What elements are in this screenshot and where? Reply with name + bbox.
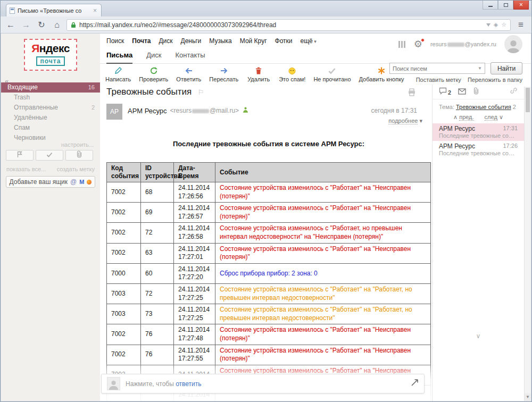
- reply-link[interactable]: ответить: [176, 380, 201, 388]
- services-nav-item[interactable]: Фотки: [275, 37, 293, 45]
- search-input[interactable]: [390, 65, 478, 72]
- print-icon[interactable]: [408, 88, 416, 98]
- home-button[interactable]: ⌂: [51, 20, 63, 30]
- mail-search: ▼: [389, 63, 485, 74]
- toolbar-button[interactable]: Это спам!: [279, 66, 305, 82]
- thread-message-row: АРМ Ресурс17:26: [439, 143, 518, 150]
- thread-topic: Тема:Тревожные события2: [433, 99, 524, 110]
- table-row: 70027624.11.201417:27:48Состояние устрой…: [107, 324, 431, 345]
- chat-icon[interactable]: 2: [439, 87, 451, 97]
- window-close-button[interactable]: ×: [513, 1, 529, 10]
- services-nav-item[interactable]: Диск: [159, 37, 172, 45]
- pochta-badge: почта: [36, 56, 65, 66]
- chevron-down-icon[interactable]: ▼: [478, 66, 485, 71]
- thread-message-item[interactable]: АРМ Ресурс17:31Последние тревожные событ…: [433, 123, 524, 141]
- thread-toolbar: 2: [433, 85, 524, 99]
- services-nav-item[interactable]: ещё ▾: [301, 37, 317, 45]
- configure-link[interactable]: настроить...: [61, 141, 94, 148]
- tab-close-icon[interactable]: ×: [92, 7, 98, 14]
- address-bar[interactable]: https://mail.yandex.ru/neo2/#message/248…: [66, 19, 511, 31]
- window-maximize-button[interactable]: [498, 1, 513, 10]
- reply-placeholder: Нажмите, чтобы ответить: [126, 380, 202, 388]
- mail-icon[interactable]: [458, 87, 466, 97]
- collections-icon[interactable]: [398, 41, 406, 48]
- settings-gear-icon[interactable]: ⚙: [414, 39, 422, 49]
- toolbar-button[interactable]: Проверить: [139, 66, 168, 82]
- add-mailbox-button[interactable]: Добавьте ваш ящик @ M: [6, 176, 95, 188]
- sidebar-folder-item[interactable]: Trash: [1, 93, 100, 103]
- show-all-link[interactable]: показать все...: [6, 166, 46, 172]
- sidebar-folder-item[interactable]: 2Отправленные: [1, 103, 100, 113]
- set-label-link[interactable]: Поставить метку: [416, 77, 461, 83]
- event-text-cell: Состояние устройства изменилось с "Работ…: [215, 283, 431, 304]
- browser-tab[interactable]: Письмо «Тревожные со ×: [6, 4, 102, 16]
- search-zone: ▼ Найти Поставить метку Переложить в пап…: [389, 63, 522, 84]
- toolbar-button[interactable]: Переслать: [209, 66, 238, 82]
- link-icon[interactable]: [510, 87, 518, 97]
- unread-icon: [328, 66, 336, 75]
- event-text-cell: Состояние устройства изменилось с "Работ…: [215, 223, 431, 243]
- filter-button[interactable]: [65, 150, 93, 161]
- toolbar-button-label: Удалить: [247, 76, 270, 82]
- chat-count: 2: [448, 89, 451, 96]
- datetime-cell: 24.11.201417:27:01: [174, 243, 215, 263]
- toolbar-button[interactable]: Ответить: [176, 66, 201, 82]
- sidebar-folder-item[interactable]: Удалённые: [1, 113, 100, 123]
- move-to-folder-link[interactable]: Переложить в папку: [468, 77, 522, 83]
- services-nav-item[interactable]: Мой Круг: [240, 37, 267, 45]
- mail-tab-1[interactable]: Письма: [106, 51, 132, 64]
- user-email[interactable]: resurs@yandex.ru: [430, 41, 496, 47]
- filter-icon[interactable]: [486, 23, 491, 27]
- expand-compose-icon[interactable]: [411, 379, 419, 389]
- thread-preview: Последние тревожные событи...: [439, 132, 518, 139]
- sidebar-folder-item[interactable]: Спам: [1, 123, 100, 133]
- sidebar-folder-item[interactable]: 16Входящие: [1, 82, 100, 93]
- filter-button[interactable]: [6, 150, 34, 161]
- find-button[interactable]: Найти: [491, 62, 522, 74]
- chevron-down-icon: ▾: [313, 39, 317, 44]
- filter-buttons: [6, 150, 93, 161]
- thread-message-list: АРМ Ресурс17:31Последние тревожные событ…: [433, 123, 524, 158]
- create-label-link[interactable]: создать метку: [57, 166, 95, 172]
- page-action-icon[interactable]: ◈: [494, 21, 498, 28]
- attachment-icon[interactable]: [473, 87, 479, 97]
- forward-button[interactable]: →: [20, 20, 32, 30]
- next-message-link[interactable]: след ∨: [485, 114, 503, 121]
- scrollbar-thumb[interactable]: [526, 88, 530, 112]
- thread-topic-link[interactable]: Тревожные события: [456, 104, 511, 110]
- details-link[interactable]: подробнее ▾: [388, 118, 422, 124]
- services-nav-item[interactable]: Поиск: [106, 37, 124, 45]
- services-nav-item[interactable]: Музыка: [209, 37, 231, 45]
- toolbar-button[interactable]: Не прочитано: [313, 66, 351, 82]
- services-nav-item[interactable]: Деньги: [181, 37, 202, 45]
- event-text-cell: Состояние устройства изменилось с "Работ…: [215, 243, 431, 263]
- reply-bar[interactable]: Нажмите, чтобы ответить: [101, 374, 425, 393]
- services-nav-item[interactable]: Почта: [132, 37, 151, 45]
- event-code-cell: 7002: [107, 345, 141, 365]
- toolbar-button-label: Проверить: [139, 76, 168, 82]
- sender-name[interactable]: АРМ Ресурс: [128, 107, 167, 115]
- event-code-cell: 7003: [107, 304, 141, 324]
- window-minimize-button[interactable]: [483, 1, 498, 10]
- flag-icon[interactable]: ⚐: [198, 88, 204, 96]
- bookmark-star-icon[interactable]: ☆: [501, 21, 506, 28]
- thread-message-item[interactable]: АРМ Ресурс17:26Последние тревожные событ…: [433, 141, 524, 158]
- event-time: 17:27:01: [178, 253, 211, 262]
- scroll-down-icon[interactable]: ▼: [525, 393, 531, 401]
- toolbar-button[interactable]: Удалить: [246, 66, 271, 82]
- yandex-logo[interactable]: Яндекс почта: [24, 39, 77, 71]
- mail-tab-2[interactable]: Диск: [146, 51, 161, 64]
- reload-button[interactable]: ↻: [36, 20, 47, 30]
- event-code-cell: 7002: [107, 223, 141, 243]
- events-table-head: Код событияID устройстваДата-ВремяСобыти…: [107, 163, 431, 182]
- device-id-cell: 68: [141, 182, 174, 203]
- sender-email: <resurs@mail.ru>: [170, 107, 239, 114]
- scrollbar[interactable]: ▼: [524, 87, 531, 401]
- filter-button[interactable]: [36, 150, 63, 161]
- show-more-icon[interactable]: ∨: [433, 332, 524, 340]
- browser-menu-icon[interactable]: ≡: [514, 20, 527, 30]
- mail-tab-3[interactable]: Контакты: [176, 51, 205, 64]
- prev-message-link[interactable]: ∧ пред.: [453, 114, 474, 121]
- back-button[interactable]: ←: [5, 20, 16, 30]
- toolbar-button[interactable]: Написать: [105, 66, 131, 82]
